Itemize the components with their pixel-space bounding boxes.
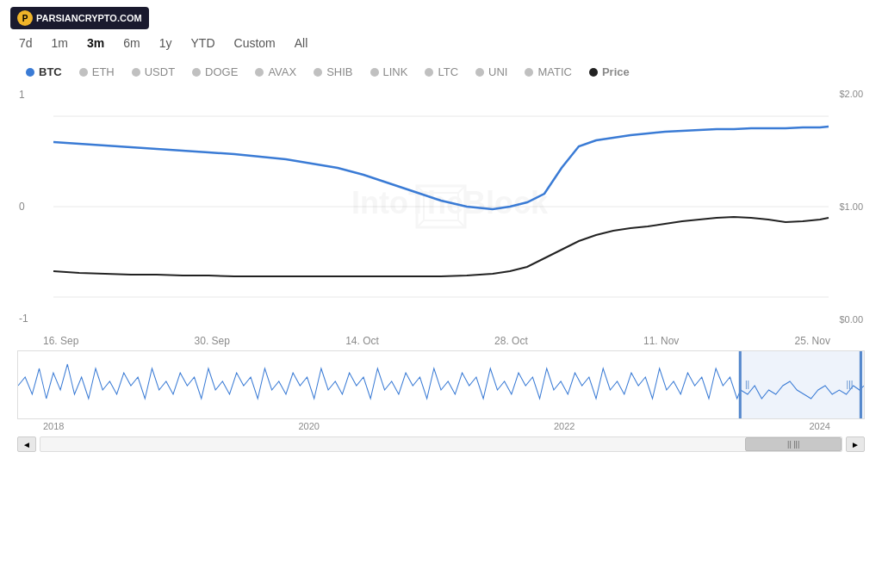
y-right-label-0: $0.00 [839,314,863,325]
mini-x-2018: 2018 [43,421,64,431]
scroll-left-button[interactable]: ◄ [17,436,36,452]
legend-dot-eth [79,68,88,77]
x-label-sep16: 16. Sep [43,335,78,347]
svg-rect-12 [860,351,862,419]
y-label-1: 1 [19,89,28,101]
scroll-thumb-handle: || ||| [787,440,799,449]
legend-label-doge: DOGE [205,65,238,78]
legend-label-shib: SHIB [326,65,352,78]
legend-item-uni[interactable]: UNI [475,65,507,78]
x-axis-labels: 16. Sep 30. Sep 14. Oct 28. Oct 11. Nov … [9,331,873,350]
main-container: P PARSIANCRYPTO.COM 7d 1m 3m 6m 1y YTD C… [0,0,882,588]
scroll-track[interactable]: || ||| [40,436,842,452]
legend-label-ltc: LTC [438,65,458,78]
logo-text: PARSIANCRYPTO.COM [36,13,142,23]
x-label-nov25: 25. Nov [795,335,830,347]
y-label-neg1: -1 [19,313,28,325]
legend: BTC ETH USDT DOGE AVAX SHIB LINK LTC [0,60,882,82]
svg-text:|||: ||| [847,380,854,389]
legend-item-usdt[interactable]: USDT [132,65,175,78]
x-label-sep30: 30. Sep [195,335,230,347]
legend-dot-btc [26,68,34,77]
legend-dot-shib [314,68,322,77]
legend-label-eth: ETH [92,65,115,78]
legend-label-matic: MATIC [537,65,571,78]
mini-chart[interactable]: || ||| [17,350,865,419]
y-right-label-1: $1.00 [839,201,863,212]
legend-item-btc[interactable]: BTC [26,65,62,78]
legend-item-ltc[interactable]: LTC [425,65,458,78]
chart-area: 1 0 -1 $2.00 $1.00 $0.00 [0,82,882,455]
svg-rect-10 [741,351,864,419]
x-label-nov11: 11. Nov [643,335,679,347]
legend-dot-avax [255,68,264,77]
svg-rect-11 [739,351,742,419]
mini-x-2022: 2022 [554,421,575,431]
x-label-oct14: 14. Oct [345,335,379,347]
y-label-0: 0 [19,201,28,213]
scrollbar-row: ◄ || ||| ► [9,433,873,455]
legend-item-doge[interactable]: DOGE [192,65,238,78]
time-btn-7d[interactable]: 7d [10,33,41,53]
mini-x-axis-labels: 2018 2020 2022 2024 [9,419,873,433]
y-axis-left: 1 0 -1 [19,82,28,331]
legend-dot-link [370,68,379,77]
legend-label-uni: UNI [488,65,507,78]
mini-x-2020: 2020 [299,421,320,431]
scroll-right-button[interactable]: ► [846,436,865,452]
legend-dot-uni [475,68,484,77]
mini-x-2024: 2024 [810,421,830,431]
legend-label-btc: BTC [39,65,62,78]
time-btn-all[interactable]: All [286,33,317,53]
time-btn-6m[interactable]: 6m [115,33,148,53]
scroll-left-icon: ◄ [22,440,31,449]
legend-dot-ltc [425,68,433,77]
time-btn-ytd[interactable]: YTD [183,33,224,53]
watermark: IntoTheBlock [351,185,549,227]
y-axis-right: $2.00 $1.00 $0.00 [839,82,863,331]
legend-dot-usdt [132,68,140,77]
logo-badge: P PARSIANCRYPTO.COM [10,7,149,29]
main-chart-container: 1 0 -1 $2.00 $1.00 $0.00 [9,82,873,331]
legend-item-matic[interactable]: MATIC [525,65,571,78]
price-line [53,217,829,276]
mini-btc-line [18,364,864,399]
time-btn-custom[interactable]: Custom [226,33,284,53]
legend-dot-doge [192,68,201,77]
logo-icon: P [17,10,33,26]
y-right-label-2: $2.00 [839,89,863,99]
legend-item-price[interactable]: Price [589,65,630,78]
time-range: 7d 1m 3m 6m 1y YTD Custom All [0,33,882,60]
svg-text:||: || [745,380,749,389]
legend-label-link: LINK [383,65,408,78]
scroll-right-icon: ► [851,440,860,449]
legend-item-shib[interactable]: SHIB [314,65,352,78]
legend-dot-matic [525,68,533,77]
time-btn-3m[interactable]: 3m [78,33,113,53]
main-chart-svg: IntoTheBlock [9,82,873,331]
x-label-oct28: 28. Oct [494,335,528,347]
legend-item-avax[interactable]: AVAX [255,65,296,78]
time-btn-1y[interactable]: 1y [151,33,181,53]
legend-label-avax: AVAX [268,65,296,78]
time-btn-1m[interactable]: 1m [43,33,77,53]
header: P PARSIANCRYPTO.COM [0,0,882,33]
legend-dot-price [589,68,598,77]
legend-item-link[interactable]: LINK [370,65,408,78]
legend-label-price: Price [602,65,630,78]
legend-item-eth[interactable]: ETH [79,65,115,78]
scroll-thumb[interactable]: || ||| [745,437,842,451]
legend-label-usdt: USDT [145,65,175,78]
mini-chart-svg: || ||| [18,351,864,419]
